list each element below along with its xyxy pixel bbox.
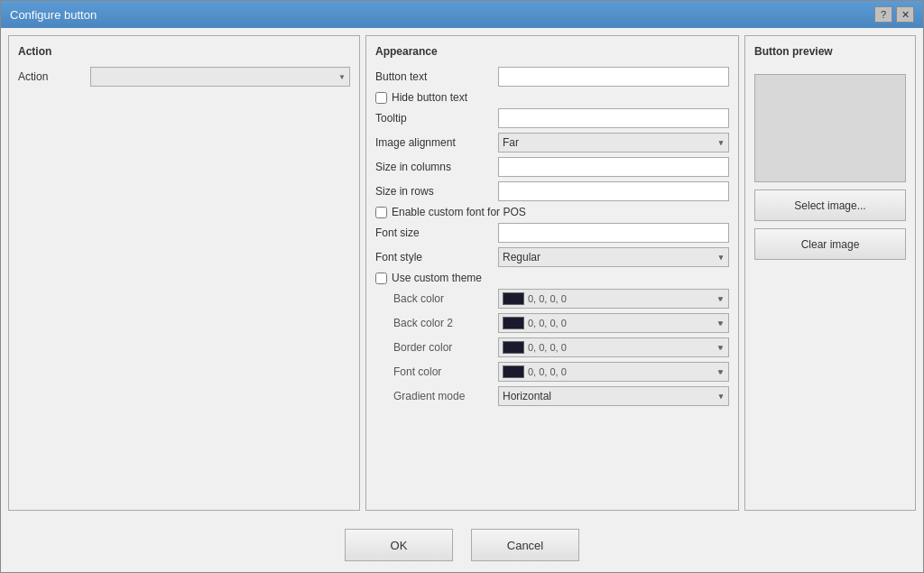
title-bar-controls: ? ✕: [874, 6, 914, 23]
hide-button-text-checkbox[interactable]: [375, 92, 387, 104]
back-color-label: Back color: [393, 292, 493, 305]
back-color-row: Back color 0, 0, 0, 0 ▼: [375, 289, 729, 309]
back-color2-control[interactable]: 0, 0, 0, 0 ▼: [498, 313, 729, 333]
back-color2-arrow: ▼: [717, 319, 725, 328]
gradient-mode-label: Gradient mode: [393, 390, 493, 402]
size-columns-input[interactable]: 1: [498, 157, 729, 177]
size-rows-row: Size in rows 1: [375, 181, 729, 201]
size-rows-input[interactable]: 1: [498, 181, 729, 201]
font-size-row: Font size 12: [375, 223, 729, 243]
border-color-value: 0, 0, 0, 0: [528, 342, 725, 353]
configure-button-dialog: Configure button ? ✕ Action Action Appea…: [0, 0, 924, 573]
back-color2-value: 0, 0, 0, 0: [528, 318, 725, 328]
action-label: Action: [18, 70, 90, 83]
enable-custom-font-row: Enable custom font for POS: [375, 206, 729, 218]
back-color-swatch: [503, 292, 524, 305]
font-size-input-wrapper: 12: [498, 223, 729, 243]
button-text-label: Button text: [375, 70, 493, 83]
clear-image-button[interactable]: Clear image: [754, 228, 906, 260]
button-text-input[interactable]: [498, 67, 729, 87]
dialog-footer: OK Cancel: [1, 518, 923, 572]
button-text-row: Button text: [375, 67, 729, 87]
tooltip-input-wrapper: [498, 108, 729, 128]
size-columns-label: Size in columns: [375, 161, 493, 173]
font-color-label: Font color: [393, 365, 493, 378]
border-color-row: Border color 0, 0, 0, 0 ▼: [375, 337, 729, 357]
tooltip-input[interactable]: [498, 108, 729, 128]
font-color-arrow: ▼: [717, 368, 725, 376]
left-panel: Action Action: [8, 35, 360, 511]
back-color-value: 0, 0, 0, 0: [528, 293, 725, 304]
font-style-select-wrapper: Regular Bold Italic ▼: [498, 247, 729, 267]
image-alignment-row: Image alignment Far ▼: [375, 133, 729, 152]
font-color-row: Font color 0, 0, 0, 0 ▼: [375, 362, 729, 382]
enable-custom-font-checkbox[interactable]: [375, 207, 387, 218]
action-select[interactable]: [90, 67, 350, 87]
font-size-label: Font size: [375, 226, 493, 239]
use-custom-theme-row: Use custom theme: [375, 272, 729, 284]
gradient-mode-row: Gradient mode Horizontal Vertical None ▼: [375, 386, 729, 406]
hide-button-text-row: Hide button text: [375, 91, 729, 104]
use-custom-theme-checkbox[interactable]: [375, 273, 387, 284]
dialog-title: Configure button: [10, 8, 97, 22]
appearance-panel-title: Appearance: [375, 45, 729, 58]
back-color-control[interactable]: 0, 0, 0, 0 ▼: [498, 289, 729, 309]
gradient-mode-select[interactable]: Horizontal Vertical None: [498, 386, 729, 406]
button-preview-title: Button preview: [754, 45, 906, 58]
action-row: Action: [18, 67, 350, 87]
title-bar: Configure button ? ✕: [1, 1, 923, 28]
border-color-control[interactable]: 0, 0, 0, 0 ▼: [498, 337, 729, 357]
font-color-value: 0, 0, 0, 0: [528, 366, 725, 377]
font-color-swatch: [503, 365, 524, 378]
help-button[interactable]: ?: [874, 6, 892, 23]
button-text-input-wrapper: [498, 67, 729, 87]
action-select-wrapper: [90, 67, 350, 87]
size-rows-label: Size in rows: [375, 185, 493, 198]
use-custom-theme-label: Use custom theme: [392, 272, 482, 284]
dialog-content: Action Action Appearance Button text: [1, 28, 923, 518]
size-rows-input-wrapper: 1: [498, 181, 729, 201]
ok-button[interactable]: OK: [345, 529, 453, 561]
tooltip-label: Tooltip: [375, 112, 493, 125]
gradient-mode-select-wrapper: Horizontal Vertical None ▼: [498, 386, 729, 406]
action-panel-title: Action: [18, 45, 350, 58]
back-color2-row: Back color 2 0, 0, 0, 0 ▼: [375, 313, 729, 333]
back-color2-label: Back color 2: [393, 317, 493, 329]
image-alignment-select[interactable]: Far: [498, 133, 729, 152]
middle-panel: Appearance Button text Hide button text …: [365, 35, 739, 511]
font-style-row: Font style Regular Bold Italic ▼: [375, 247, 729, 267]
enable-custom-font-label: Enable custom font for POS: [392, 206, 526, 218]
image-alignment-label: Image alignment: [375, 136, 493, 149]
image-alignment-select-wrapper: Far ▼: [498, 133, 729, 152]
right-panel: Button preview Select image... Clear ima…: [744, 35, 916, 511]
border-color-arrow: ▼: [717, 344, 725, 352]
select-image-button[interactable]: Select image...: [754, 189, 906, 221]
tooltip-row: Tooltip: [375, 108, 729, 128]
border-color-swatch: [503, 341, 524, 354]
close-button[interactable]: ✕: [896, 6, 914, 23]
font-style-label: Font style: [375, 251, 493, 263]
back-color2-swatch: [503, 317, 524, 329]
size-columns-row: Size in columns 1: [375, 157, 729, 177]
font-color-control[interactable]: 0, 0, 0, 0 ▼: [498, 362, 729, 382]
cancel-button[interactable]: Cancel: [471, 529, 579, 561]
back-color-arrow: ▼: [717, 295, 725, 303]
border-color-label: Border color: [393, 341, 493, 354]
hide-button-text-label: Hide button text: [392, 91, 467, 104]
button-preview-box: [754, 74, 906, 182]
font-style-select[interactable]: Regular Bold Italic: [498, 247, 729, 267]
size-columns-input-wrapper: 1: [498, 157, 729, 177]
font-size-input[interactable]: 12: [498, 223, 729, 243]
